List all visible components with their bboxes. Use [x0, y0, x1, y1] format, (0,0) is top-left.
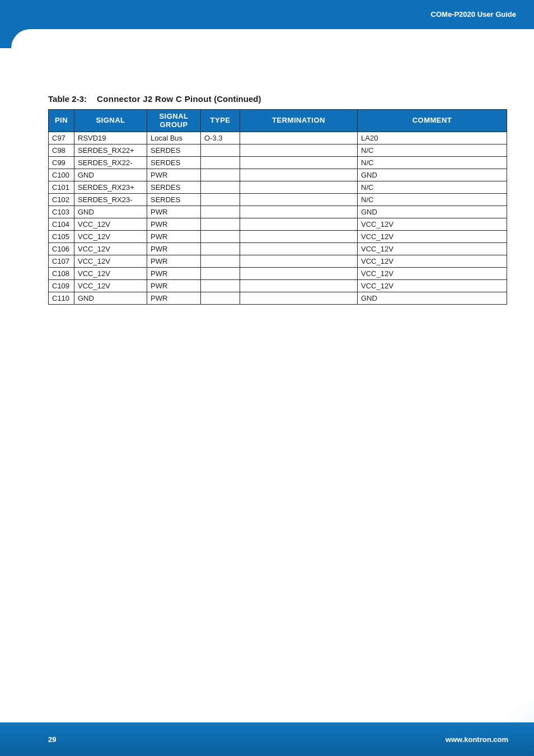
cell-pin: C102: [49, 194, 74, 206]
cell-termination: [240, 206, 358, 218]
cell-signal: GND: [74, 292, 147, 305]
cell-signal: GND: [74, 206, 147, 218]
cell-termination: [240, 243, 358, 255]
cell-termination: [240, 268, 358, 280]
cell-type: [201, 144, 240, 157]
cell-group: PWR: [147, 231, 201, 243]
cell-pin: C103: [49, 206, 74, 218]
cell-group: PWR: [147, 169, 201, 181]
cell-signal: GND: [74, 169, 147, 181]
cell-signal: VCC_12V: [74, 218, 147, 231]
cell-comment: VCC_12V: [358, 268, 507, 280]
cell-group: PWR: [147, 292, 201, 305]
cell-termination: [240, 144, 358, 157]
cell-pin: C108: [49, 268, 74, 280]
cell-termination: [240, 218, 358, 231]
cell-comment: VCC_12V: [358, 280, 507, 292]
cell-type: [201, 218, 240, 231]
col-signal-group: SIGNAL GROUP: [147, 110, 201, 132]
cell-comment: N/C: [358, 157, 507, 169]
cell-pin: C100: [49, 169, 74, 181]
cell-comment: VCC_12V: [358, 243, 507, 255]
cell-group: PWR: [147, 206, 201, 218]
table-title: Connector J2 Row C Pinout: [97, 94, 212, 104]
cell-signal: VCC_12V: [74, 280, 147, 292]
cell-pin: C99: [49, 157, 74, 169]
table-body: C97 RSVD19 Local Bus O-3.3 LA20 C98 SERD…: [49, 132, 507, 305]
cell-group: PWR: [147, 243, 201, 255]
cell-type: [201, 157, 240, 169]
cell-pin: C104: [49, 218, 74, 231]
content-area: Table 2-3: Connector J2 Row C Pinout (Co…: [48, 94, 507, 305]
cell-group: SERDES: [147, 181, 201, 194]
table-row: C97 RSVD19 Local Bus O-3.3 LA20: [49, 132, 507, 144]
cell-comment: GND: [358, 206, 507, 218]
cell-type: [201, 231, 240, 243]
cell-type: [201, 243, 240, 255]
col-type: TYPE: [201, 110, 240, 132]
col-termination: TERMINATION: [240, 110, 358, 132]
cell-type: [201, 194, 240, 206]
cell-comment: GND: [358, 169, 507, 181]
cell-comment: LA20: [358, 132, 507, 144]
cell-termination: [240, 231, 358, 243]
cell-group: PWR: [147, 280, 201, 292]
cell-termination: [240, 292, 358, 305]
cell-type: [201, 292, 240, 305]
cell-signal: VCC_12V: [74, 243, 147, 255]
table-row: C103 GND PWR GND: [49, 206, 507, 218]
cell-termination: [240, 255, 358, 268]
cell-type: [201, 268, 240, 280]
table-row: C100 GND PWR GND: [49, 169, 507, 181]
cell-group: Local Bus: [147, 132, 201, 144]
cell-termination: [240, 181, 358, 194]
cell-comment: VCC_12V: [358, 255, 507, 268]
cell-type: [201, 169, 240, 181]
cell-signal: SERDES_RX23+: [74, 181, 147, 194]
table-row: C110 GND PWR GND: [49, 292, 507, 305]
cell-comment: VCC_12V: [358, 218, 507, 231]
cell-termination: [240, 157, 358, 169]
cell-type: [201, 255, 240, 268]
cell-signal: SERDES_RX22-: [74, 157, 147, 169]
cell-comment: VCC_12V: [358, 231, 507, 243]
cell-signal: RSVD19: [74, 132, 147, 144]
cell-signal: VCC_12V: [74, 255, 147, 268]
table-number: Table 2-3:: [48, 94, 87, 104]
cell-type: [201, 181, 240, 194]
cell-group: PWR: [147, 268, 201, 280]
cell-pin: C107: [49, 255, 74, 268]
cell-signal: VCC_12V: [74, 231, 147, 243]
cell-group: PWR: [147, 255, 201, 268]
table-row: C101 SERDES_RX23+ SERDES N/C: [49, 181, 507, 194]
cell-group: PWR: [147, 218, 201, 231]
cell-type: O-3.3: [201, 132, 240, 144]
table-row: C104 VCC_12V PWR VCC_12V: [49, 218, 507, 231]
cell-group: SERDES: [147, 194, 201, 206]
cell-comment: N/C: [358, 181, 507, 194]
table-continued: (Continued): [214, 94, 261, 104]
cell-pin: C97: [49, 132, 74, 144]
cell-comment: GND: [358, 292, 507, 305]
cell-pin: C101: [49, 181, 74, 194]
table-row: C105 VCC_12V PWR VCC_12V: [49, 231, 507, 243]
cell-pin: C105: [49, 231, 74, 243]
cell-termination: [240, 194, 358, 206]
table-row: C107 VCC_12V PWR VCC_12V: [49, 255, 507, 268]
table-header-row: PIN SIGNAL SIGNAL GROUP TYPE TERMINATION…: [49, 110, 507, 132]
cell-type: [201, 280, 240, 292]
pinout-table: PIN SIGNAL SIGNAL GROUP TYPE TERMINATION…: [48, 109, 507, 305]
guide-title: COMe-P2020 User Guide: [431, 10, 516, 18]
cell-pin: C98: [49, 144, 74, 157]
cell-comment: N/C: [358, 144, 507, 157]
table-row: C98 SERDES_RX22+ SERDES N/C: [49, 144, 507, 157]
footer-site: www.kontron.com: [446, 735, 508, 744]
col-signal-group-l1: SIGNAL: [159, 112, 188, 120]
table-row: C99 SERDES_RX22- SERDES N/C: [49, 157, 507, 169]
table-row: C106 VCC_12V PWR VCC_12V: [49, 243, 507, 255]
table-row: C102 SERDES_RX23- SERDES N/C: [49, 194, 507, 206]
cell-signal: SERDES_RX23-: [74, 194, 147, 206]
cell-signal: VCC_12V: [74, 268, 147, 280]
cell-termination: [240, 132, 358, 144]
table-row: C108 VCC_12V PWR VCC_12V: [49, 268, 507, 280]
